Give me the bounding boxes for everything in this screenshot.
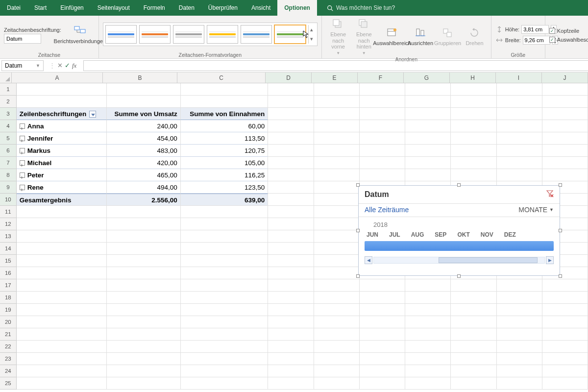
row-header-10[interactable]: 10 [0,194,17,206]
cell[interactable] [497,83,542,96]
col-header-C[interactable]: C [177,73,266,83]
cell[interactable] [268,341,314,353]
cell[interactable] [360,96,405,108]
style-thumb-2[interactable] [139,25,171,44]
pivot-row-einnahmen[interactable]: 105,00 [181,157,268,169]
cell[interactable] [181,377,268,390]
cell[interactable] [17,96,107,108]
cell[interactable] [17,255,107,267]
timeline-slicer[interactable]: Datum Alle Zeiträume MONATE▼ 2018 JUNJUL… [358,185,560,276]
cell[interactable] [107,96,181,108]
cell[interactable] [314,83,360,96]
cell[interactable] [17,83,107,96]
row-header-7[interactable]: 7 [0,157,17,169]
cell[interactable] [107,328,181,341]
cell[interactable] [542,120,588,132]
pivot-row-einnahmen[interactable]: 60,00 [181,120,268,132]
cell[interactable] [314,181,360,194]
cell[interactable] [268,353,314,365]
cell[interactable] [314,292,360,304]
cell[interactable] [405,316,451,328]
row-header-1[interactable]: 1 [0,83,17,96]
row-header-19[interactable]: 19 [0,304,17,316]
cell[interactable] [268,377,314,390]
cell[interactable] [181,328,268,341]
cell[interactable] [314,206,360,218]
row-header-11[interactable]: 11 [0,206,17,218]
cell[interactable] [17,304,107,316]
cell[interactable] [497,292,542,304]
pivot-row-name[interactable]: Michael [17,157,107,169]
tab-optionen[interactable]: Optionen [277,0,317,16]
row-header-14[interactable]: 14 [0,243,17,255]
cell[interactable] [314,304,360,316]
cell[interactable] [181,96,268,108]
header-checkbox[interactable]: ✓Kopfzeile [549,27,588,35]
cell[interactable] [314,169,360,181]
cell[interactable] [268,132,314,145]
tell-me-search[interactable]: Was möchten Sie tun? [327,0,395,16]
row-header-13[interactable]: 13 [0,230,17,243]
cell[interactable] [497,145,542,157]
cell[interactable] [497,316,542,328]
row-header-20[interactable]: 20 [0,316,17,328]
report-connections-button[interactable]: Berichtsverbindungen [65,24,95,45]
cell[interactable] [360,353,405,365]
cell[interactable] [268,279,314,292]
cell[interactable] [314,243,360,255]
cell[interactable] [405,108,451,120]
cell[interactable] [497,353,542,365]
slicer-scrollbar[interactable] [373,257,545,264]
cell[interactable] [181,243,268,255]
cell[interactable] [17,267,107,279]
cell[interactable] [17,328,107,341]
cell[interactable] [405,353,451,365]
cell[interactable] [107,83,181,96]
cell[interactable] [17,218,107,230]
col-header-H[interactable]: H [450,73,496,83]
pivot-total-einnahmen[interactable]: 639,00 [181,194,268,206]
row-header-2[interactable]: 2 [0,96,17,108]
formula-input[interactable] [83,60,588,71]
cell[interactable] [360,145,405,157]
pivot-row-umsatz[interactable]: 454,00 [107,132,181,145]
group-button[interactable]: Gruppieren [434,26,461,47]
cell[interactable] [268,255,314,267]
row-header-3[interactable]: 3 [0,108,17,120]
cell[interactable] [17,230,107,243]
cell[interactable] [314,267,360,279]
cell[interactable] [107,292,181,304]
bring-forward-button[interactable]: Ebene nach vorne▼ [326,18,351,55]
tab-daten[interactable]: Daten [172,0,201,16]
pivot-total-label[interactable]: Gesamtergebnis [17,194,107,206]
cell[interactable] [405,328,451,341]
cell[interactable] [268,230,314,243]
cell[interactable] [542,353,588,365]
cell[interactable] [542,157,588,169]
cell[interactable] [405,120,451,132]
cell[interactable] [268,218,314,230]
cell[interactable] [17,292,107,304]
cell[interactable] [268,83,314,96]
cell[interactable] [268,316,314,328]
select-all-corner[interactable] [0,73,12,83]
slicer-selection-bar[interactable] [365,241,554,251]
cell[interactable] [405,145,451,157]
tab-einfuegen[interactable]: Einfügen [53,0,90,16]
cell[interactable] [107,218,181,230]
cell[interactable] [360,304,405,316]
cell[interactable] [405,377,451,390]
pivot-row-name[interactable]: Rene [17,181,107,194]
row-header-4[interactable]: 4 [0,120,17,132]
row-header-9[interactable]: 9 [0,181,17,194]
tab-ueberpruefen[interactable]: Überprüfen [201,0,245,16]
cell[interactable] [451,316,496,328]
cell[interactable] [451,292,496,304]
pivot-row-einnahmen[interactable]: 116,25 [181,169,268,181]
cell[interactable] [17,365,107,377]
cell[interactable] [542,365,588,377]
col-header-A[interactable]: A [12,73,103,83]
row-header-24[interactable]: 24 [0,365,17,377]
cell[interactable] [451,328,496,341]
cell[interactable] [451,341,496,353]
